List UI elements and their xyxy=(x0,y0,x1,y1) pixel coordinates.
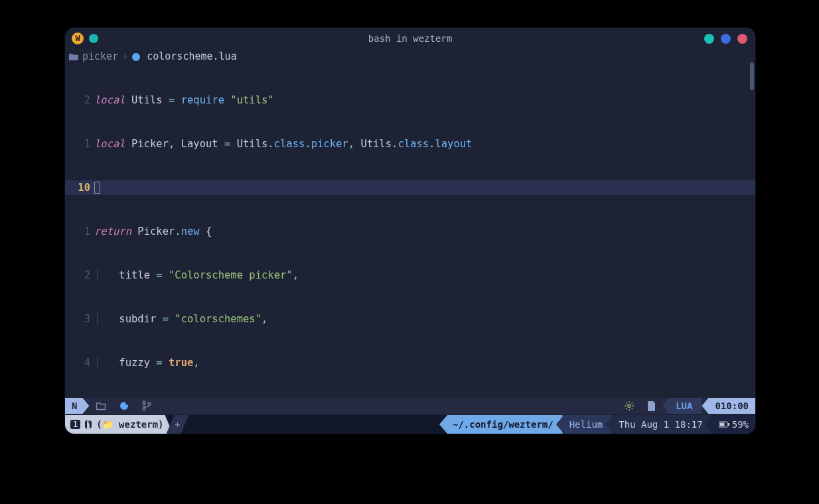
svg-point-5 xyxy=(628,405,631,407)
traffic-lights xyxy=(704,34,747,44)
minimize-button[interactable] xyxy=(704,34,714,44)
svg-point-2 xyxy=(143,401,145,404)
line-number: 3 xyxy=(65,312,94,326)
close-button[interactable] xyxy=(737,34,747,44)
window-title: bash in wezterm xyxy=(65,33,755,44)
folder-icon xyxy=(69,52,78,60)
new-tab-button[interactable]: + xyxy=(167,415,189,434)
neovim-icon xyxy=(84,420,92,429)
line-number: 4 xyxy=(65,355,94,370)
breadcrumb-folder[interactable]: picker xyxy=(82,50,118,62)
battery-segment: 59% xyxy=(706,415,755,434)
tab-active[interactable]: 1 (📁 wezterm) xyxy=(65,415,173,434)
tab-index: 1 xyxy=(70,420,80,429)
line-number-current: 10 xyxy=(65,180,94,195)
datetime-segment: Thu Aug 1 18:17 xyxy=(605,415,711,434)
line-number: 2 xyxy=(65,268,94,283)
terminal-window: W bash in wezterm picker › colorscheme.l… xyxy=(65,28,755,434)
cursor-position: 010:00 xyxy=(702,398,755,414)
line-number: 1 xyxy=(65,137,94,151)
current-line: 10 xyxy=(65,180,755,195)
breadcrumb-separator: › xyxy=(122,50,128,62)
filetype-indicator: LUA xyxy=(662,398,702,414)
breadcrumb-file[interactable]: colorscheme.lua xyxy=(147,50,236,62)
svg-rect-8 xyxy=(728,423,729,426)
lua-icon[interactable] xyxy=(119,401,129,410)
svg-point-1 xyxy=(125,402,128,405)
tab-title: (📁 wezterm) xyxy=(96,419,163,430)
svg-rect-7 xyxy=(719,423,724,426)
git-branch-icon[interactable] xyxy=(142,401,151,411)
file-icon xyxy=(641,398,662,414)
hostname-segment: Helium xyxy=(556,415,613,434)
cursor xyxy=(94,182,100,194)
maximize-button[interactable] xyxy=(721,34,731,44)
lua-file-icon xyxy=(132,53,140,61)
editor-statusline: N LUA 010:00 xyxy=(65,398,755,414)
folder-icon[interactable] xyxy=(96,401,106,410)
gear-icon[interactable] xyxy=(617,398,641,414)
mode-indicator: N xyxy=(65,398,89,414)
code-editor[interactable]: 2local Utils = require "utils" 1local Pi… xyxy=(65,64,755,434)
terminal-tabbar: 1 (📁 wezterm) + ~/.config/wezterm/ Heliu… xyxy=(65,415,755,434)
line-number: 1 xyxy=(65,224,94,239)
svg-point-4 xyxy=(148,403,151,405)
svg-point-3 xyxy=(143,408,145,410)
battery-percent: 59% xyxy=(732,419,749,430)
scrollbar-thumb[interactable] xyxy=(750,62,754,90)
scrollbar[interactable] xyxy=(750,62,754,374)
titlebar: W bash in wezterm xyxy=(65,28,755,49)
cwd-segment: ~/.config/wezterm/ xyxy=(439,415,563,434)
line-number: 2 xyxy=(65,93,94,107)
breadcrumb: picker › colorscheme.lua xyxy=(65,49,755,64)
